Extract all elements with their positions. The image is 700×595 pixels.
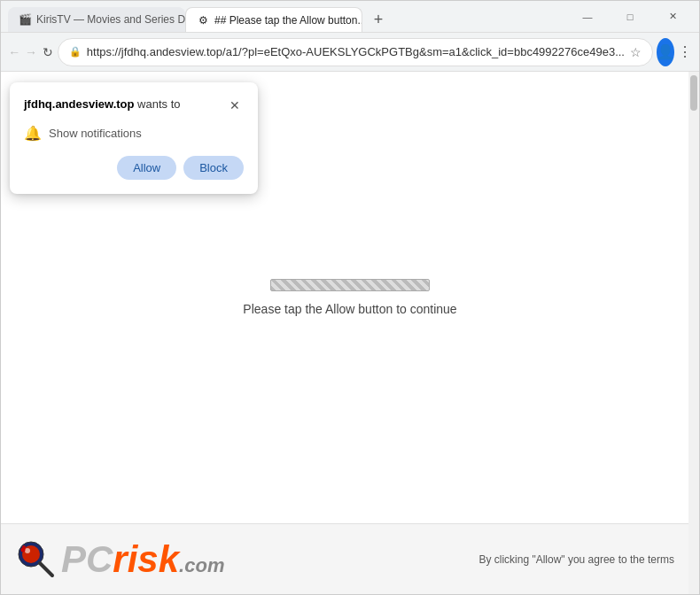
browser-frame: 🎬 KirisTV — Movies and Series D... ✕ ⚙ #… xyxy=(0,0,700,595)
close-button[interactable]: ✕ xyxy=(653,4,692,30)
logo-risk: risk xyxy=(113,538,179,580)
svg-point-2 xyxy=(25,548,30,553)
scrollbar-thumb[interactable] xyxy=(690,75,697,111)
minimize-button[interactable]: — xyxy=(568,4,607,30)
logo-pc: PC xyxy=(61,538,113,580)
page-content: jfdhq.andesview.top wants to ✕ 🔔 Show no… xyxy=(1,72,699,594)
tabs-area: 🎬 KirisTV — Movies and Series D... ✕ ⚙ #… xyxy=(8,1,568,32)
nav-bar: ← → ↻ 🔒 https://jfdhq.andesview.top/a1/?… xyxy=(1,33,699,72)
maximize-button[interactable]: □ xyxy=(611,4,649,30)
tab-kiristv[interactable]: 🎬 KirisTV — Movies and Series D... ✕ xyxy=(8,7,185,32)
permission-popup: jfdhq.andesview.top wants to ✕ 🔔 Show no… xyxy=(10,82,258,194)
tab-allow[interactable]: ⚙ ## Please tap the Allow button... ✕ xyxy=(185,7,362,32)
popup-title: jfdhq.andesview.top wants to xyxy=(24,97,181,112)
popup-actions: Allow Block xyxy=(24,156,244,180)
watermark-area: PCrisk.com By clicking "Allow" you agree… xyxy=(1,523,688,594)
pcrisk-logo-icon xyxy=(15,538,58,581)
bookmark-icon[interactable]: ☆ xyxy=(630,45,642,59)
logo-dotcom: .com xyxy=(179,554,224,576)
new-tab-button[interactable]: + xyxy=(366,7,391,32)
block-button[interactable]: Block xyxy=(183,156,244,180)
popup-wants-to: wants to xyxy=(134,97,180,111)
scrollbar[interactable] xyxy=(688,72,699,594)
profile-button[interactable]: 👤 xyxy=(657,38,674,66)
popup-header: jfdhq.andesview.top wants to ✕ xyxy=(24,97,244,114)
progress-text: Please tap the Allow button to continue xyxy=(243,302,456,316)
address-bar[interactable]: 🔒 https://jfdhq.andesview.top/a1/?pl=eEt… xyxy=(58,38,653,66)
watermark-caption: By clicking "Allow" you agree to the ter… xyxy=(478,553,674,566)
svg-line-4 xyxy=(40,563,52,576)
back-button[interactable]: ← xyxy=(8,38,21,66)
menu-button[interactable]: ⋮ xyxy=(678,38,692,66)
progress-bar xyxy=(270,279,430,291)
lock-icon: 🔒 xyxy=(69,46,82,58)
tab-label-allow: ## Please tap the Allow button... xyxy=(214,14,362,27)
window-controls: — □ ✕ xyxy=(568,4,692,30)
forward-button[interactable]: → xyxy=(25,38,38,66)
address-text: https://jfdhq.andesview.top/a1/?pl=eEtQx… xyxy=(87,45,625,58)
refresh-button[interactable]: ↻ xyxy=(41,38,54,66)
tab-favicon-kiristv: 🎬 xyxy=(19,13,31,26)
logo-pc-risk: PCrisk.com xyxy=(61,538,224,581)
title-bar: 🎬 KirisTV — Movies and Series D... ✕ ⚙ #… xyxy=(1,1,699,33)
tab-label-kiristv: KirisTV — Movies and Series D... xyxy=(36,13,185,26)
bell-icon: 🔔 xyxy=(24,125,42,142)
popup-site: jfdhq.andesview.top xyxy=(24,97,134,111)
progress-bar-container xyxy=(270,279,430,291)
tab-favicon-allow: ⚙ xyxy=(197,14,209,27)
allow-button[interactable]: Allow xyxy=(117,156,176,180)
popup-close-button[interactable]: ✕ xyxy=(226,97,244,114)
pcrisk-logo: PCrisk.com xyxy=(15,538,224,581)
profile-icon: 👤 xyxy=(657,43,674,60)
svg-point-5 xyxy=(21,547,26,552)
popup-permission-row: 🔔 Show notifications xyxy=(24,125,244,142)
watermark-text: By clicking "Allow" you agree to the ter… xyxy=(478,553,674,566)
popup-permission-label: Show notifications xyxy=(49,127,142,140)
